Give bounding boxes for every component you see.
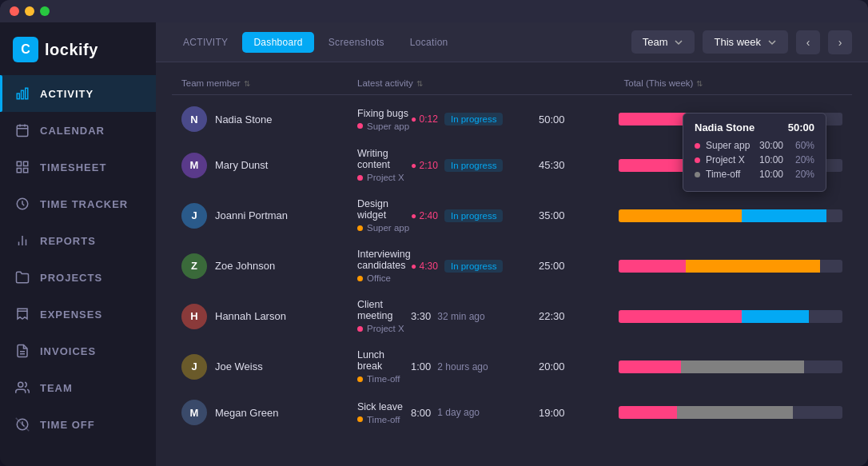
bar-cell — [619, 260, 842, 273]
sidebar-item-time-off[interactable]: TIME OFF — [0, 406, 156, 443]
time-cell: 8:00 1 day ago — [411, 407, 539, 419]
bar-cell — [619, 360, 842, 373]
table-row[interactable]: J Joe Weiss Lunch break Time-off 1:00 2 … — [172, 341, 852, 392]
activity-cell: Design widget Super app — [357, 198, 411, 233]
project-name: Super app — [367, 223, 409, 233]
tab-activity[interactable]: ACTIVITY — [172, 32, 239, 53]
clock-off-icon — [14, 416, 30, 432]
activity-tooltip: Nadia Stone 50:00 Super app 30:00 60% Pr… — [683, 113, 826, 192]
minimize-dot[interactable] — [25, 6, 34, 16]
activity-name: Design widget — [357, 198, 411, 221]
project-name: Office — [367, 273, 391, 283]
activity-project: Project X — [357, 173, 411, 182]
team-dropdown[interactable]: Team — [631, 30, 695, 54]
tooltip-member-name: Nadia Stone — [695, 121, 755, 133]
period-dropdown[interactable]: This week — [703, 30, 788, 54]
tooltip-dot — [695, 157, 700, 163]
svg-line-20 — [16, 418, 30, 432]
bar-segment — [619, 260, 686, 273]
app-body: C lockify ACTIVITY CALENDAR — [0, 22, 868, 466]
close-dot[interactable] — [10, 6, 19, 16]
avatar: M — [181, 400, 207, 425]
top-bar-controls: Team This week ‹ › — [631, 30, 852, 54]
table-row[interactable]: N Nadia Stone Fixing bugs Super app ● 0:… — [172, 98, 852, 140]
grid-icon — [14, 159, 30, 175]
table-row[interactable]: Z Zoe Johnson Interviewing candidates Of… — [172, 241, 852, 291]
avatar: H — [181, 304, 207, 329]
time-cell: ● 0:12 In progress — [411, 113, 539, 125]
col-total: Total (This week) ⇅ — [624, 78, 704, 88]
sidebar-item-team[interactable]: TEAM — [0, 369, 156, 406]
member-name: Joe Weiss — [215, 360, 263, 372]
member-cell: M Mary Dunst — [181, 153, 357, 178]
total-time: 25:00 — [539, 260, 619, 272]
project-name: Project X — [367, 173, 404, 182]
bar-segment — [619, 310, 742, 323]
app-window: C lockify ACTIVITY CALENDAR — [0, 0, 868, 466]
progress-bar — [619, 360, 842, 373]
sidebar-item-time-tracker[interactable]: TIME TRACKER — [0, 185, 156, 222]
status-badge: In progress — [444, 260, 504, 273]
tab-dashboard[interactable]: Dashboard — [242, 32, 313, 53]
bar-segment — [809, 310, 842, 323]
maximize-dot[interactable] — [40, 6, 50, 16]
bar-segment — [804, 360, 842, 373]
time-cell: ● 2:40 In progress — [411, 209, 539, 222]
activity-cell: Lunch break Time-off — [357, 349, 411, 384]
member-cell: J Joanni Portman — [181, 203, 357, 229]
tooltip-item-time: 30:00 — [759, 140, 783, 151]
total-time: 45:30 — [539, 159, 619, 171]
folder-icon — [14, 269, 30, 285]
svg-rect-2 — [26, 88, 28, 99]
tooltip-dot — [695, 143, 700, 149]
tab-screenshots[interactable]: Screenshots — [317, 32, 396, 53]
tooltip-header: Nadia Stone 50:00 — [695, 121, 814, 133]
sidebar-item-expenses[interactable]: EXPENSES — [0, 296, 156, 333]
table-header: Team member ⇅ Latest activity ⇅ Total (T… — [172, 72, 852, 95]
member-cell: N Nadia Stone — [181, 106, 357, 132]
elapsed-indicator: ● 0:12 — [411, 114, 438, 125]
prev-period-button[interactable]: ‹ — [796, 30, 820, 54]
sidebar-item-projects-label: PROJECTS — [40, 272, 102, 284]
sidebar-item-timesheet[interactable]: TIMESHEET — [0, 149, 156, 185]
svg-rect-7 — [17, 161, 21, 165]
col-team-member: Team member ⇅ — [181, 78, 357, 88]
sidebar-item-activity[interactable]: ACTIVITY — [0, 75, 156, 112]
tooltip-row: Project X 10:00 20% — [695, 154, 814, 165]
sidebar-item-projects[interactable]: PROJECTS — [0, 259, 156, 296]
sidebar-item-invoices[interactable]: INVOICES — [0, 333, 156, 369]
bar-cell — [619, 406, 842, 419]
member-cell: Z Zoe Johnson — [181, 253, 357, 279]
activity-cell: Client meeting Project X — [357, 299, 411, 333]
svg-rect-3 — [17, 125, 28, 137]
col-bar — [704, 78, 843, 88]
sidebar-item-reports-label: REPORTS — [40, 235, 96, 247]
sidebar-item-calendar[interactable]: CALENDAR — [0, 112, 156, 149]
bar-cell — [619, 310, 842, 323]
table-row[interactable]: H Hannah Larson Client meeting Project X… — [172, 291, 852, 341]
table-row[interactable]: J Joanni Portman Design widget Super app… — [172, 190, 852, 241]
bar-segment — [619, 406, 677, 419]
sidebar-item-calendar-label: CALENDAR — [40, 125, 105, 137]
table-row[interactable]: M Megan Green Sick leave Time-off 8:00 1… — [172, 392, 852, 433]
sidebar-item-activity-label: ACTIVITY — [40, 88, 94, 100]
sidebar-item-reports[interactable]: REPORTS — [0, 222, 156, 259]
bar-segment — [793, 406, 842, 419]
tab-list: ACTIVITY Dashboard Screenshots Location — [172, 32, 460, 53]
elapsed-time: 1:00 — [411, 360, 431, 372]
progress-bar — [619, 406, 842, 419]
activity-name: Fixing bugs — [357, 108, 411, 119]
elapsed-indicator: ● 2:40 — [411, 210, 438, 221]
calendar-icon — [14, 122, 30, 138]
tooltip-item-label: Project X — [706, 154, 754, 165]
logo-icon: C — [13, 37, 38, 62]
sidebar-item-timesheet-label: TIMESHEET — [40, 161, 106, 173]
status-text: 1 day ago — [437, 407, 480, 418]
status-badge: In progress — [444, 209, 504, 222]
tab-location[interactable]: Location — [399, 32, 460, 53]
next-period-button[interactable]: › — [828, 30, 852, 54]
member-name: Megan Green — [215, 407, 279, 419]
activity-project: Office — [357, 273, 411, 283]
bar-segment — [742, 310, 809, 323]
total-time: 22:30 — [539, 310, 619, 322]
